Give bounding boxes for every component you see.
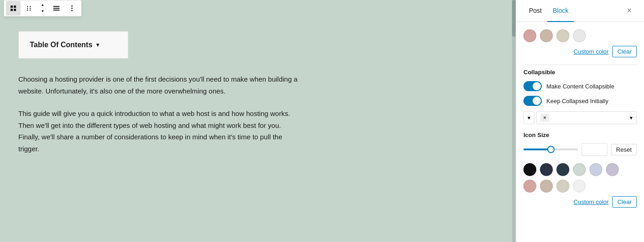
- dropdown-tag: ×: [540, 114, 549, 122]
- svg-point-8: [27, 10, 28, 11]
- color-swatch-tan[interactable]: [540, 29, 553, 42]
- toc-chevron-icon: ▾: [96, 42, 99, 48]
- svg-rect-11: [53, 8, 60, 9]
- move-up-button[interactable]: ▲: [37, 2, 48, 8]
- color-swatch-rose2[interactable]: [523, 180, 536, 192]
- drag-icon: [26, 5, 32, 11]
- paragraph-1: Choosing a hosting provider is one of th…: [18, 73, 303, 97]
- custom-color-bottom-row: Custom color Clear: [523, 196, 637, 208]
- color-swatch-light-gray[interactable]: [573, 29, 586, 42]
- bottom-color-row-1: [523, 163, 637, 176]
- post-tab[interactable]: Post: [523, 0, 547, 22]
- svg-rect-2: [11, 9, 13, 11]
- icon-size-input[interactable]: [582, 143, 607, 156]
- color-swatch-khaki2[interactable]: [556, 180, 569, 192]
- svg-point-14: [72, 8, 73, 9]
- color-swatch-white[interactable]: [573, 180, 586, 192]
- color-swatch-dark-navy[interactable]: [540, 163, 553, 176]
- editor-area: ▲ ▼ Table Of Contents ▾ Choosing a host: [0, 0, 516, 242]
- scrollbar-thumb[interactable]: [512, 0, 516, 37]
- svg-rect-10: [53, 6, 60, 7]
- panel-content: Custom color Clear Collapsible Make Cont…: [516, 22, 644, 242]
- svg-rect-1: [14, 6, 16, 8]
- paragraph-2: This guide will give you a quick introdu…: [18, 108, 303, 154]
- svg-point-15: [72, 10, 73, 11]
- slider-row: Reset: [523, 143, 637, 156]
- top-color-row: [523, 29, 637, 42]
- svg-point-9: [30, 10, 31, 11]
- panel-header: Post Block ×: [516, 0, 644, 22]
- align-button[interactable]: [49, 1, 64, 16]
- move-down-button[interactable]: ▼: [37, 8, 48, 15]
- bottom-color-row-2: [523, 180, 637, 192]
- toc-title-text: Table Of Contents: [30, 41, 93, 49]
- block-toolbar: ▲ ▼: [4, 0, 82, 16]
- dropdown-tag-text: ×: [543, 115, 546, 121]
- clear-bottom-button[interactable]: Clear: [612, 196, 637, 208]
- make-collapsible-toggle[interactable]: [523, 81, 542, 91]
- close-button[interactable]: ×: [622, 4, 637, 18]
- svg-point-13: [72, 6, 73, 7]
- color-swatch-tan2[interactable]: [540, 180, 553, 192]
- collapsible-section-label: Collapsible: [523, 69, 637, 76]
- block-type-button[interactable]: [6, 1, 21, 16]
- content-area: Choosing a hosting provider is one of th…: [18, 73, 497, 154]
- dropdown-left-chevron: ▾: [528, 115, 530, 121]
- svg-point-5: [30, 6, 31, 7]
- color-swatch-lavender[interactable]: [606, 163, 619, 176]
- svg-point-6: [27, 8, 28, 9]
- color-swatch-mint[interactable]: [573, 163, 586, 176]
- keep-collapsed-label: Keep Collapsed Initially: [546, 98, 608, 104]
- custom-color-bottom-button[interactable]: Custom color: [573, 198, 609, 205]
- svg-rect-12: [53, 10, 60, 11]
- svg-point-4: [27, 6, 28, 7]
- icon-size-slider[interactable]: [523, 148, 578, 150]
- svg-rect-3: [14, 9, 16, 11]
- dropdown-right-chevron: ▾: [630, 115, 633, 121]
- more-options-button[interactable]: [65, 1, 79, 16]
- custom-color-row: Custom color Clear: [523, 46, 637, 57]
- make-collapsible-label: Make Content Collapsible: [546, 83, 614, 90]
- slider-thumb[interactable]: [547, 146, 555, 153]
- color-swatch-black[interactable]: [523, 163, 536, 176]
- color-swatch-rose[interactable]: [523, 29, 536, 42]
- custom-color-button[interactable]: Custom color: [573, 48, 609, 55]
- toc-block[interactable]: Table Of Contents ▾: [18, 31, 128, 59]
- sidebar-panel: Post Block × Custom color Clear Collapsi…: [516, 0, 644, 242]
- table-icon: [10, 5, 17, 12]
- dropdown-left[interactable]: ▾: [523, 111, 534, 124]
- svg-point-7: [30, 8, 31, 9]
- block-tab[interactable]: Block: [547, 0, 574, 22]
- make-collapsible-row: Make Content Collapsible: [523, 81, 637, 91]
- clear-button[interactable]: Clear: [612, 46, 637, 57]
- drag-handle-button[interactable]: [22, 1, 36, 16]
- editor-scrollbar[interactable]: [512, 0, 516, 242]
- keep-collapsed-toggle[interactable]: [523, 96, 542, 106]
- color-swatch-navy[interactable]: [556, 163, 569, 176]
- align-icon: [53, 6, 60, 11]
- toc-title: Table Of Contents ▾: [30, 41, 117, 49]
- move-arrows: ▲ ▼: [37, 1, 48, 16]
- icon-size-label: Icon Size: [523, 132, 637, 138]
- dropdown-main[interactable]: × ▾: [536, 111, 637, 124]
- divider-1: [523, 65, 637, 65]
- svg-rect-0: [11, 6, 13, 8]
- color-swatch-khaki[interactable]: [556, 29, 569, 42]
- color-swatch-periwinkle[interactable]: [589, 163, 602, 176]
- reset-button[interactable]: Reset: [611, 144, 637, 155]
- dropdown-row: ▾ × ▾: [523, 111, 637, 124]
- more-icon: [71, 5, 73, 12]
- keep-collapsed-row: Keep Collapsed Initially: [523, 96, 637, 106]
